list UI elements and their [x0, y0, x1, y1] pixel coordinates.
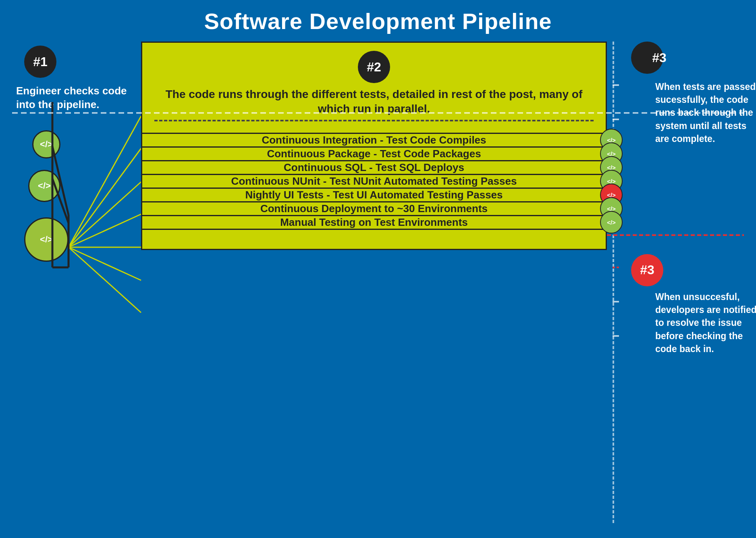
page-title: Software Development Pipeline [12, 8, 744, 34]
step1-text: Engineer checks code into the pipeline. [16, 84, 141, 112]
svg-line-1 [69, 148, 141, 247]
row-badge-6: </> [600, 211, 623, 234]
pipeline-row-3: Continuous NUnit - Test NUnit Automated … [142, 175, 606, 189]
step3-fail-block: #3 When unsuccesful, developers are noti… [631, 254, 736, 355]
row-code-icon-6: </> [607, 219, 616, 226]
mid-bottom-strip [142, 229, 606, 249]
step2-badge: #2 [358, 51, 390, 83]
pipeline-row-5: Continuous Deployment to ~30 Environment… [142, 202, 606, 216]
svg-line-2 [69, 182, 141, 247]
pipeline-row-2: Continuous SQL - Test SQL Deploys </> [142, 161, 606, 175]
code-circle-small: </> [32, 130, 60, 158]
code-circle-large: </> [24, 217, 69, 262]
pipeline-row-0: Continuous Integration - Test Code Compi… [142, 134, 606, 148]
step3-fail-text: When unsuccesful, developers are notifie… [631, 290, 756, 355]
step3-fail-badge: #3 [631, 254, 663, 286]
left-column: #1 Engineer checks code into the pipelin… [12, 42, 141, 523]
step3-success-block: #3 When tests are passed sucessfully, th… [631, 42, 736, 157]
step2-text: The code runs through the different test… [154, 87, 594, 117]
right-column-wrapper: #3 When tests are passed sucessfully, th… [607, 42, 744, 523]
right-column: #3 When tests are passed sucessfully, th… [607, 42, 736, 355]
columns-layout: #1 Engineer checks code into the pipelin… [12, 42, 744, 523]
step1-badge: #1 [24, 46, 56, 78]
middle-column-wrapper: #2 The code runs through the different t… [141, 42, 607, 523]
middle-column: #2 The code runs through the different t… [141, 42, 607, 250]
svg-line-0 [69, 116, 141, 247]
mid-dashed-separator [154, 120, 594, 121]
svg-line-6 [69, 247, 141, 313]
pipeline-row-4: Nightly UI Tests - Test UI Automated Tes… [142, 189, 606, 202]
svg-line-5 [69, 247, 141, 280]
code-icon-large: </> [40, 234, 53, 245]
connector-lines-svg [12, 42, 149, 523]
pipeline-rows: Continuous Integration - Test Code Compi… [142, 134, 606, 229]
step3-success-badge: #3 [631, 42, 663, 74]
mid-header: #2 The code runs through the different t… [142, 43, 606, 134]
svg-line-3 [69, 214, 141, 247]
pipeline-row-1: Continuous Package - Test Code Packages … [142, 148, 606, 161]
code-icon-medium: </> [38, 181, 51, 191]
step3-success-text: When tests are passed sucessfully, the c… [631, 80, 756, 145]
spacer [631, 157, 736, 254]
pipeline-row-6: Manual Testing on Test Environments </> [142, 216, 606, 229]
code-circle-medium: </> [28, 170, 60, 202]
main-container: Software Development Pipeline #1 Enginee… [0, 0, 756, 538]
code-icon-small: </> [40, 139, 53, 150]
code-circles: </> </> </> [24, 130, 69, 262]
